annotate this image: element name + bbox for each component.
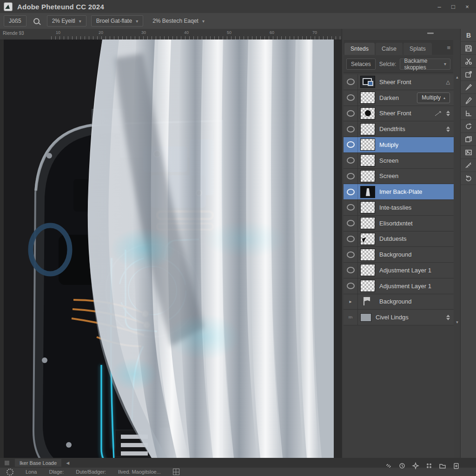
spinner-control[interactable] — [446, 315, 450, 320]
tab-calse[interactable]: Calse — [376, 43, 403, 55]
pen-icon[interactable] — [461, 94, 476, 107]
option-dropdown-2[interactable]: Broel Gat-flate ▾ — [91, 15, 143, 26]
magnifier-icon — [33, 18, 40, 24]
layer-row[interactable]: Sheer Front△ — [344, 74, 454, 90]
layer-name: Imer Back-Plate — [379, 188, 422, 195]
minimize-button[interactable]: – — [433, 2, 445, 11]
visibility-toggle[interactable] — [344, 90, 358, 106]
grid-icon[interactable] — [173, 469, 179, 475]
layer-name: Background — [379, 298, 411, 305]
export-icon[interactable] — [461, 68, 476, 81]
bottom-document-tab[interactable]: Iker Base Loade — [15, 459, 61, 467]
layer-row[interactable]: Mutiply — [344, 137, 454, 153]
document-image[interactable] — [4, 40, 334, 458]
fx-icon[interactable] — [412, 462, 419, 469]
layer-row[interactable]: Screen — [344, 153, 454, 169]
eye-icon — [347, 283, 355, 289]
layer-row[interactable]: Inte-tasslies — [344, 200, 454, 216]
option-dropdown-3[interactable]: 2% Bestech Eaqet ▾ — [148, 16, 209, 26]
tool-preset-button[interactable]: Jöß5 — [4, 15, 26, 26]
layer-row[interactable]: Imer Back-Plate — [344, 184, 454, 200]
history-circle-icon[interactable] — [398, 462, 406, 469]
document-tab-label[interactable]: Riende 93 — [3, 31, 24, 36]
image-icon[interactable] — [461, 146, 476, 159]
group-expand-icon[interactable]: ▸ — [349, 299, 351, 304]
tab-splats[interactable]: Splats — [403, 43, 432, 55]
visibility-toggle[interactable] — [344, 74, 358, 90]
collapse-panel-icon[interactable] — [427, 33, 434, 34]
photos-icon[interactable] — [461, 133, 476, 146]
filter-label: Selcte: — [379, 61, 397, 67]
visibility-toggle[interactable] — [344, 137, 358, 152]
layers-list: Sheer Front△DarkenMultiply▴Sheer FrontDe… — [344, 74, 454, 325]
layer-row[interactable]: Adjustment Layer 1 — [344, 263, 454, 278]
scroll-up-icon[interactable]: ▲ — [456, 75, 459, 79]
layer-row[interactable]: Background — [344, 247, 454, 263]
layer-row[interactable]: DarkenMultiply▴ — [344, 90, 454, 106]
layer-thumbnail — [360, 76, 375, 88]
visibility-toggle[interactable] — [344, 184, 358, 199]
layer-row[interactable]: Elisortdxntet — [344, 216, 454, 231]
search-button[interactable] — [31, 16, 42, 26]
visibility-toggle[interactable] — [344, 153, 358, 168]
spinner-control[interactable] — [446, 126, 450, 132]
layer-name: Mutiply — [379, 141, 398, 148]
folder-icon[interactable] — [439, 462, 446, 469]
option-dropdown-1[interactable]: 2% Eyeitl ▾ — [47, 15, 86, 26]
visibility-toggle[interactable] — [344, 231, 358, 247]
brush-icon[interactable] — [461, 81, 476, 94]
eye-icon — [347, 267, 355, 273]
visibility-toggle[interactable] — [344, 200, 358, 215]
panel-scrollbar[interactable]: ▲ ▼ — [454, 74, 461, 325]
layer-row[interactable]: Screen — [344, 169, 454, 185]
layer-filter-row: Selaces Selcte: Backame skoppies ▾ — [344, 55, 453, 73]
title-bar: Adobe Pheteund CC 2024 – □ × — [0, 0, 476, 13]
grid-dots-icon[interactable] — [425, 462, 433, 469]
tab-snteds[interactable]: Snteds — [344, 43, 375, 55]
layer-row[interactable]: IthCivel Lindgs — [344, 310, 454, 325]
layer-row[interactable]: Dendtfrits — [344, 121, 454, 137]
new-layer-icon[interactable] — [452, 462, 460, 469]
flag-icon — [360, 296, 375, 308]
save-icon[interactable] — [461, 42, 476, 55]
blend-mode-button[interactable]: Multiply▴ — [417, 93, 450, 103]
visibility-toggle[interactable] — [344, 216, 358, 231]
shape-corner-icon[interactable] — [461, 107, 476, 120]
layer-row[interactable]: Dutduests — [344, 231, 454, 247]
link-icon[interactable] — [385, 462, 392, 469]
scissors-icon[interactable] — [461, 55, 476, 68]
measure-icon[interactable] — [461, 159, 476, 172]
maximize-button[interactable]: □ — [447, 2, 459, 11]
filter-kind-button[interactable]: Selaces — [346, 59, 376, 70]
visibility-toggle[interactable]: Ith — [344, 310, 358, 325]
visibility-toggle[interactable] — [344, 169, 358, 184]
filter-dropdown[interactable]: Backame skoppies ▾ — [400, 59, 450, 70]
layer-row[interactable]: Sheer Front — [344, 106, 454, 122]
eye-icon — [347, 126, 355, 132]
history-icon[interactable] — [461, 120, 476, 133]
layer-row[interactable]: ▸Background — [344, 294, 454, 310]
ruler-number: 50 — [227, 30, 231, 35]
scroll-down-icon[interactable]: ▼ — [456, 320, 459, 324]
visibility-toggle[interactable] — [344, 106, 358, 121]
visibility-toggle[interactable] — [344, 247, 358, 262]
chevron-left-icon[interactable]: ◀ — [66, 461, 69, 465]
layer-name: Elisortdxntet — [379, 220, 413, 227]
visibility-toggle[interactable] — [344, 278, 358, 294]
layer-name: Background — [379, 251, 411, 258]
status-item: Dlage: — [49, 469, 64, 475]
visibility-toggle[interactable]: ▸ — [344, 294, 358, 310]
eye-icon — [347, 173, 355, 179]
spinner-control[interactable] — [446, 111, 450, 116]
curve-icon — [435, 111, 442, 116]
layer-row[interactable]: Adjustment Layer 1 — [344, 278, 454, 294]
visibility-toggle[interactable] — [344, 121, 358, 137]
panel-menu-icon[interactable]: ≡ — [447, 44, 450, 51]
visibility-toggle[interactable] — [344, 263, 358, 278]
close-button[interactable]: × — [461, 2, 473, 11]
layer-thumbnail — [360, 249, 375, 261]
b-panel-icon[interactable]: B — [461, 29, 476, 42]
spinner-icon — [7, 469, 13, 476]
ruler-number: 60 — [270, 30, 274, 35]
rotate-icon[interactable] — [461, 172, 476, 185]
